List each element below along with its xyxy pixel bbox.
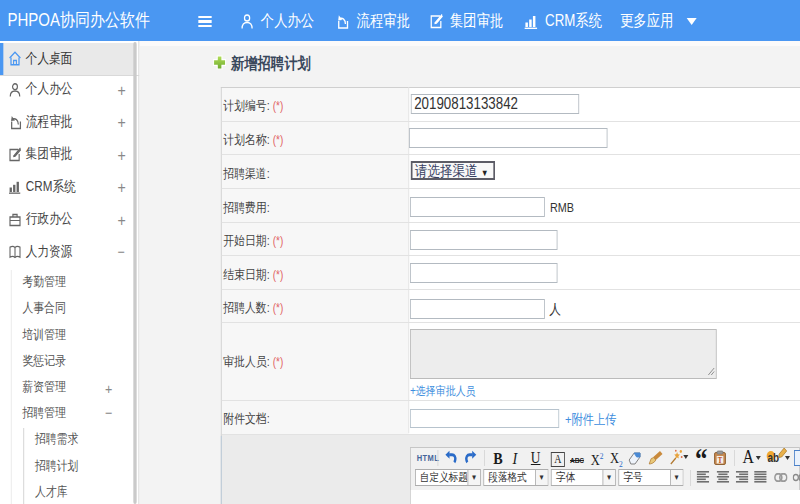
svg-text:T: T — [718, 455, 723, 465]
